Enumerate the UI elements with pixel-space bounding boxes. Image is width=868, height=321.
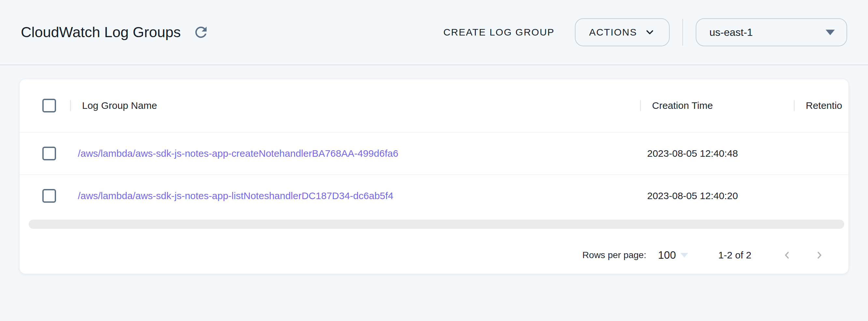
table-row: /aws/lambda/aws-sdk-js-notes-app-createN… [20, 133, 848, 175]
row-creation-time-cell: 2023-08-05 12:40:48 [640, 148, 794, 159]
header-retention-cell: Retentio [794, 100, 848, 111]
rows-per-page-label: Rows per page: [582, 250, 646, 260]
create-log-group-button[interactable]: CREATE LOG GROUP [437, 22, 561, 42]
header-checkbox-cell [20, 99, 70, 112]
row-checkbox[interactable] [42, 147, 56, 160]
column-separator [70, 100, 71, 111]
refresh-button[interactable] [190, 22, 211, 43]
creation-time-value: 2023-08-05 12:40:20 [647, 190, 738, 201]
log-group-link[interactable]: /aws/lambda/aws-sdk-js-notes-app-createN… [78, 148, 398, 159]
rows-per-page-select[interactable]: 100 [658, 249, 688, 261]
creation-time-value: 2023-08-05 12:40:48 [647, 148, 738, 159]
header-creation-time-cell: Creation Time [640, 100, 794, 111]
row-log-group-name-cell: /aws/lambda/aws-sdk-js-notes-app-createN… [70, 148, 640, 159]
actions-menu-button[interactable]: ACTIONS [575, 18, 670, 46]
row-log-group-name-cell: /aws/lambda/aws-sdk-js-notes-app-listNot… [70, 190, 640, 201]
previous-page-button[interactable] [781, 249, 793, 261]
chevron-left-icon [781, 249, 793, 261]
table-row: /aws/lambda/aws-sdk-js-notes-app-listNot… [20, 175, 848, 217]
column-header-retention[interactable]: Retentio [806, 100, 842, 111]
caret-down-icon [826, 30, 835, 35]
header-log-group-name-cell: Log Group Name [70, 100, 640, 111]
horizontal-scrollbar-thumb[interactable] [29, 220, 844, 229]
page-title: CloudWatch Log Groups [21, 24, 181, 41]
pagination-range-label: 1-2 of 2 [718, 250, 751, 261]
column-separator [640, 100, 641, 111]
top-bar: CloudWatch Log Groups CREATE LOG GROUP A… [0, 0, 868, 65]
row-checkbox-cell [20, 147, 70, 160]
log-group-link[interactable]: /aws/lambda/aws-sdk-js-notes-app-listNot… [78, 190, 394, 201]
column-header-creation-time[interactable]: Creation Time [652, 100, 713, 111]
row-creation-time-cell: 2023-08-05 12:40:20 [640, 190, 794, 201]
row-checkbox[interactable] [42, 189, 56, 203]
caret-down-icon [680, 253, 688, 258]
rows-per-page-value: 100 [658, 249, 676, 261]
horizontal-scrollbar-track [20, 217, 848, 232]
actions-button-label: ACTIONS [589, 27, 637, 38]
table-pagination: Rows per page: 100 1-2 of 2 [20, 232, 848, 274]
toolbar-divider [682, 19, 683, 46]
region-select-value: us-east-1 [709, 26, 753, 38]
column-separator [794, 100, 795, 111]
table-header-row: Log Group Name Creation Time Retentio [20, 79, 848, 133]
column-header-log-group-name[interactable]: Log Group Name [82, 100, 157, 111]
next-page-button[interactable] [813, 249, 826, 261]
chevron-right-icon [813, 249, 826, 261]
top-actions: CREATE LOG GROUP ACTIONS us-east-1 [437, 18, 847, 46]
log-groups-card: Log Group Name Creation Time Retentio /a… [20, 79, 848, 274]
refresh-icon [192, 24, 210, 41]
region-select[interactable]: us-east-1 [696, 18, 847, 46]
select-all-checkbox[interactable] [42, 99, 56, 112]
chevron-down-icon [644, 27, 655, 38]
row-checkbox-cell [20, 189, 70, 203]
